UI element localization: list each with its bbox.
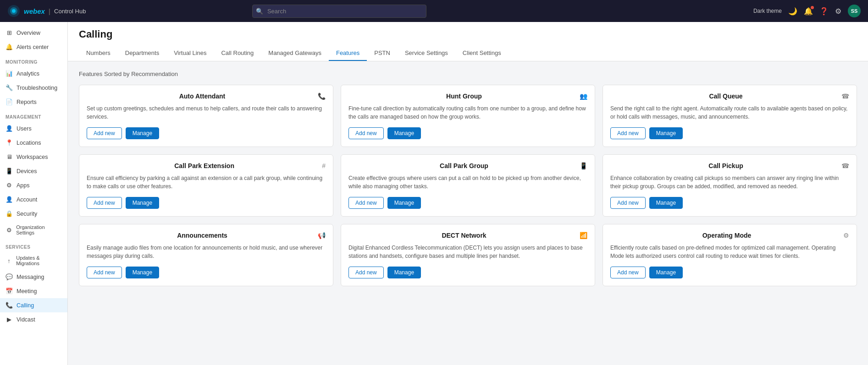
- add-new-button-operating-mode[interactable]: Add new: [610, 267, 646, 278]
- page-title: Calling: [79, 28, 857, 40]
- sidebar-item-locations[interactable]: 📍 Locations: [0, 136, 67, 150]
- sidebar-label-users: Users: [17, 125, 32, 132]
- feature-card-header: Call Pickup ☎: [610, 162, 849, 169]
- tab-service-settings[interactable]: Service Settings: [398, 46, 455, 61]
- sidebar-item-security[interactable]: 🔒 Security: [0, 207, 67, 221]
- feature-title-auto-attendant: Auto Attendant: [87, 93, 318, 100]
- add-new-button-call-queue[interactable]: Add new: [610, 127, 646, 139]
- sidebar-label-meeting: Meeting: [17, 288, 37, 294]
- add-new-button-call-park-group[interactable]: Add new: [348, 197, 384, 209]
- add-new-button-call-park-extension[interactable]: Add new: [87, 197, 122, 209]
- content-area: Features Sorted by Recommendation Auto A…: [68, 61, 868, 365]
- feature-actions-announcements: Add new Manage: [87, 267, 326, 278]
- updates-icon: ↑: [6, 257, 12, 264]
- feature-title-hunt-group: Hunt Group: [348, 93, 580, 100]
- sidebar-item-troubleshooting[interactable]: 🔧 Troubleshooting: [0, 81, 67, 95]
- tab-client-settings[interactable]: Client Settings: [455, 46, 509, 61]
- tab-features[interactable]: Features: [329, 46, 367, 61]
- notifications-icon[interactable]: 🔔: [804, 7, 813, 16]
- sidebar-item-updates[interactable]: ↑ Updates & Migrations: [0, 251, 67, 270]
- sidebar-item-workspaces[interactable]: 🖥 Workspaces: [0, 150, 67, 164]
- tab-numbers[interactable]: Numbers: [79, 46, 118, 61]
- sidebar-item-users[interactable]: 👤 Users: [0, 121, 67, 136]
- manage-button-call-queue[interactable]: Manage: [649, 127, 683, 139]
- add-new-button-hunt-group[interactable]: Add new: [348, 127, 384, 139]
- call-queue-icon: ☎: [841, 93, 849, 100]
- add-new-button-call-pickup[interactable]: Add new: [610, 197, 646, 209]
- feature-actions-call-queue: Add new Manage: [610, 127, 849, 139]
- feature-desc-dect-network: Digital Enhanced Cordless Telecommunicat…: [348, 244, 587, 260]
- topbar: webex | Control Hub 🔍 Dark theme 🌙 🔔 ❓ ⚙…: [0, 0, 868, 22]
- sidebar-label-apps: Apps: [17, 182, 30, 189]
- call-pickup-icon: ☎: [841, 162, 849, 169]
- call-park-extension-icon: #: [322, 162, 326, 169]
- manage-button-auto-attendant[interactable]: Manage: [126, 127, 159, 139]
- feature-card-operating-mode: Operating Mode ⚙ Efficiently route calls…: [603, 224, 857, 286]
- manage-button-call-park-extension[interactable]: Manage: [126, 197, 159, 209]
- sidebar-item-account[interactable]: 👤 Account: [0, 192, 67, 207]
- manage-button-hunt-group[interactable]: Manage: [387, 127, 421, 139]
- manage-button-call-park-group[interactable]: Manage: [387, 197, 421, 209]
- tab-virtual-lines[interactable]: Virtual Lines: [166, 46, 214, 61]
- avatar[interactable]: SS: [848, 5, 861, 17]
- app-brand-separator: |: [49, 7, 50, 15]
- devices-icon: 📱: [6, 168, 13, 174]
- search-input[interactable]: [252, 5, 426, 18]
- sidebar-item-overview[interactable]: ⊞ Overview: [0, 26, 67, 40]
- feature-card-header: DECT Network 📶: [348, 232, 587, 239]
- feature-card-call-park-group: Call Park Group 📱 Create effective group…: [341, 154, 595, 217]
- feature-actions-auto-attendant: Add new Manage: [87, 127, 326, 139]
- add-new-button-announcements[interactable]: Add new: [87, 267, 122, 278]
- sidebar-section-management: Management: [0, 109, 67, 121]
- sidebar-label-reports: Reports: [17, 99, 37, 105]
- alerts-icon: 🔔: [6, 44, 13, 50]
- feature-desc-hunt-group: Fine-tune call direction by automaticall…: [348, 104, 587, 121]
- add-new-button-auto-attendant[interactable]: Add new: [87, 127, 122, 139]
- sidebar-item-messaging[interactable]: 💬 Messaging: [0, 270, 67, 284]
- sidebar-item-meeting[interactable]: 📅 Meeting: [0, 284, 67, 298]
- app-brand-name: Control Hub: [54, 8, 86, 15]
- feature-card-dect-network: DECT Network 📶 Digital Enhanced Cordless…: [341, 224, 595, 286]
- search-bar[interactable]: 🔍: [252, 5, 426, 18]
- add-new-button-dect-network[interactable]: Add new: [348, 267, 384, 278]
- dark-theme-toggle[interactable]: 🌙: [788, 7, 797, 16]
- feature-card-call-pickup: Call Pickup ☎ Enhance collaboration by c…: [603, 154, 857, 217]
- sidebar: ⊞ Overview 🔔 Alerts center Monitoring 📊 …: [0, 22, 68, 365]
- sidebar-item-analytics[interactable]: 📊 Analytics: [0, 66, 67, 81]
- dect-network-icon: 📶: [580, 232, 587, 239]
- main-content: Calling Numbers Departments Virtual Line…: [68, 22, 868, 365]
- tab-departments[interactable]: Departments: [118, 46, 166, 61]
- sidebar-label-workspaces: Workspaces: [17, 154, 48, 160]
- sidebar-item-calling[interactable]: 📞 Calling: [0, 298, 67, 312]
- manage-button-call-pickup[interactable]: Manage: [649, 197, 683, 209]
- sidebar-label-calling: Calling: [17, 302, 34, 309]
- analytics-icon: 📊: [6, 70, 13, 77]
- tab-managed-gateways[interactable]: Managed Gateways: [261, 46, 329, 61]
- sidebar-item-apps[interactable]: ⚙ Apps: [0, 178, 67, 192]
- page-header: Calling Numbers Departments Virtual Line…: [68, 22, 868, 61]
- feature-actions-dect-network: Add new Manage: [348, 267, 587, 278]
- feature-card-auto-attendant: Auto Attendant 📞 Set up custom greetings…: [79, 85, 333, 147]
- feature-card-header: Auto Attendant 📞: [87, 93, 326, 100]
- feature-actions-hunt-group: Add new Manage: [348, 127, 587, 139]
- tab-pstn[interactable]: PSTN: [367, 46, 398, 61]
- feature-desc-call-pickup: Enhance collaboration by creating call p…: [610, 174, 849, 191]
- sidebar-item-alerts[interactable]: 🔔 Alerts center: [0, 40, 67, 54]
- operating-mode-icon: ⚙: [843, 232, 849, 239]
- sidebar-item-org-settings[interactable]: ⚙ Organization Settings: [0, 221, 67, 239]
- sidebar-item-vidcast[interactable]: ▶ Vidcast: [0, 312, 67, 327]
- sidebar-label-updates: Updates & Migrations: [16, 255, 62, 266]
- manage-button-dect-network[interactable]: Manage: [387, 267, 421, 278]
- search-icon: 🔍: [256, 8, 263, 15]
- feature-title-call-park-group: Call Park Group: [348, 162, 580, 169]
- feature-card-header: Announcements 📢: [87, 232, 326, 239]
- manage-button-announcements[interactable]: Manage: [126, 267, 159, 278]
- settings-icon[interactable]: ⚙: [835, 7, 841, 16]
- manage-button-operating-mode[interactable]: Manage: [649, 267, 683, 278]
- sidebar-item-reports[interactable]: 📄 Reports: [0, 95, 67, 109]
- feature-card-hunt-group: Hunt Group 👥 Fine-tune call direction by…: [341, 85, 595, 147]
- tab-call-routing[interactable]: Call Routing: [214, 46, 261, 61]
- help-icon[interactable]: ❓: [819, 7, 829, 16]
- app-logo: webex | Control Hub: [7, 5, 86, 17]
- sidebar-item-devices[interactable]: 📱 Devices: [0, 164, 67, 178]
